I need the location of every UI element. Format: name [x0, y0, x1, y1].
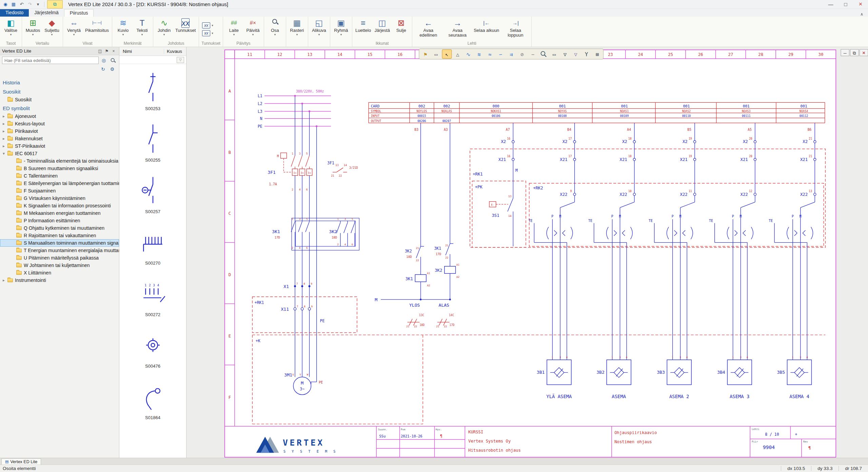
ribbon-button-avaa-seuraava[interactable]: →Avaa seuraava▾: [443, 18, 472, 41]
dock-icon[interactable]: ◫: [97, 49, 103, 54]
ribbon-button-pikamitoitus[interactable]: ⊢⊣Pikamitoitus▾: [84, 18, 110, 37]
tree-item-b-suureen-muuttaminen-signaaliksi[interactable]: B Suureen muuttaminen signaaliksi: [0, 165, 119, 172]
ribbon-button-valitse[interactable]: ◧Valitse▾: [2, 18, 20, 37]
tool-curve-icon[interactable]: ∽: [499, 52, 502, 58]
search-button[interactable]: [109, 57, 117, 64]
tree-item-instrumentointi[interactable]: ▸Instrumentointi: [0, 276, 119, 284]
tab-tiedosto[interactable]: Tiedosto: [0, 9, 29, 17]
chevron-right-icon[interactable]: ▸: [3, 144, 7, 148]
tool-wye-icon[interactable]: Y: [585, 52, 588, 58]
symbol-item-s00255[interactable]: S00255: [119, 116, 186, 167]
tree-item-t-energian-muuntaminen-energialajia-muuttamat[interactable]: T Energian muuntaminen energialajia muut…: [0, 247, 119, 254]
mdi-close-button[interactable]: ×: [860, 49, 868, 56]
filter-icon[interactable]: ▽: [177, 57, 184, 63]
tool-cursor-icon[interactable]: ↖: [442, 49, 452, 58]
tree-item-x-liittäminen[interactable]: X Liittäminen: [0, 269, 119, 276]
tree-item-suosikit[interactable]: Suosikit: [0, 96, 119, 103]
drawing-canvas[interactable]: 1112131415161718192021222324252627282930…: [186, 47, 868, 458]
ribbon-button-osa[interactable]: Osa▾: [266, 18, 284, 37]
ribbon-button-päivitä[interactable]: #×Päivitä▾: [244, 18, 262, 37]
tree-item-iec-60617[interactable]: ▾IEC 60617: [0, 150, 119, 157]
chevron-right-icon[interactable]: ▸: [3, 121, 7, 126]
ribbon-button-suljettu[interactable]: ◆Suljettu▾: [43, 18, 61, 37]
ribbon-button-tag-x[interactable]: xx▾: [201, 22, 215, 29]
tab-piirustus[interactable]: Piirustus: [64, 9, 94, 17]
tree-item-ajoneuvot[interactable]: ▸Ajoneuvot: [0, 112, 119, 120]
tool-rectangle-icon[interactable]: ▭: [553, 52, 556, 58]
ribbon-collapse-icon[interactable]: ∧: [855, 12, 868, 17]
menu-down-icon[interactable]: ▾: [35, 1, 41, 8]
ribbon-button-kuvio[interactable]: ≋Kuvio▾: [114, 18, 132, 37]
document-tab[interactable]: ▤ Vertex ED Lite: [1, 458, 41, 465]
tab-järjestelmä[interactable]: Järjestelmä: [29, 9, 64, 17]
ribbon-button-selaa-loppuun[interactable]: →|Selaa loppuun▾: [501, 18, 530, 41]
tool-pin-icon[interactable]: ⚑: [424, 52, 427, 58]
tree-item-u-pitäminen-määritellyssä-paikassa[interactable]: U Pitäminen määritellyssä paikassa: [0, 254, 119, 262]
app-logo-icon[interactable]: ◉: [2, 1, 9, 8]
tool-no-symbol-icon[interactable]: ⊘: [520, 52, 524, 58]
ribbon-button-luettelo[interactable]: ≡Luettelo▾: [354, 18, 372, 37]
tree-item-q-ohjattu-kytkeminen-tai-muuttaminen[interactable]: Q Ohjattu kytkeminen tai muuttaminen: [0, 224, 119, 232]
tree-section-suosikit[interactable]: Suosikit: [0, 87, 119, 96]
ribbon-button-sulje[interactable]: ⊠Sulje▾: [392, 18, 410, 37]
symbol-item-s00270[interactable]: S00270: [119, 219, 186, 270]
ribbon-button-ryhmä[interactable]: ▣Ryhmä▾: [332, 18, 350, 37]
chevron-down-icon[interactable]: ▾: [3, 151, 7, 156]
ribbon-button-tunnukset[interactable]: xxTunnukset▾: [174, 18, 197, 37]
undo-icon[interactable]: ↶: [18, 1, 25, 8]
ribbon-button-tag-x2[interactable]: xx▾: [201, 30, 215, 37]
symbol-item-s00476[interactable]: S00476: [119, 322, 186, 373]
browse-previous-button[interactable]: ◎: [100, 57, 108, 64]
ribbon-button-avaa-edellinen[interactable]: ←Avaa edellinen▾: [414, 18, 442, 41]
tool-spline-icon[interactable]: ∿: [466, 52, 471, 58]
settings-button[interactable]: ⚙: [108, 65, 116, 73]
ribbon-button-rasteri[interactable]: ▦Rasteri▾: [288, 18, 306, 37]
refresh-button[interactable]: ↻: [99, 65, 107, 73]
mdi-restore-button[interactable]: ⧉: [850, 49, 859, 56]
chevron-right-icon[interactable]: ▸: [3, 114, 7, 119]
tree-item-toiminnallisia-elementtejä-tai-ominaisuuksia[interactable]: - Toiminnallisia elementtejä tai ominais…: [0, 157, 119, 165]
symbol-item-s00257[interactable]: S00257: [119, 167, 186, 219]
tool-waves-icon[interactable]: ≋: [477, 52, 480, 58]
redo-icon[interactable]: ↷: [26, 1, 33, 8]
chevron-right-icon[interactable]: ▸: [3, 129, 7, 134]
tool-filter-icon[interactable]: ▽: [564, 52, 567, 58]
chevron-right-icon[interactable]: ▸: [3, 136, 7, 141]
ribbon-button-johdin[interactable]: ∿Johdin▾: [155, 18, 173, 37]
tree-item-rakennukset[interactable]: ▸Rakennukset: [0, 135, 119, 142]
tool-grid-icon[interactable]: ⊞: [596, 52, 599, 58]
tree-item-c-tallentaminen[interactable]: C Tallentaminen: [0, 172, 119, 180]
tree-item-r-rajoittaminen-tai-vakauttaminen[interactable]: R Rajoittaminen tai vakauttaminen: [0, 232, 119, 239]
pin-icon[interactable]: ⚑: [103, 49, 110, 54]
tree-item-e-säteilyenergian-tai-lämpöenergian-tuottaminen[interactable]: E Säteilyenergian tai lämpöenergian tuot…: [0, 180, 119, 187]
column-kuvaus[interactable]: Kuvaus: [164, 49, 186, 54]
maximize-button[interactable]: □: [838, 0, 853, 8]
search-input[interactable]: [2, 57, 99, 64]
tool-multiline-icon[interactable]: ⇉: [510, 52, 513, 58]
tool-ripple-icon[interactable]: ≈: [488, 52, 491, 58]
tree-section-ed-symbolit[interactable]: ED symbolit: [0, 103, 119, 112]
minimize-button[interactable]: —: [823, 0, 838, 8]
tree-item-k-signaalien-tai-informaation-prosessointi[interactable]: K Signaalien tai informaation prosessoin…: [0, 202, 119, 209]
tree-item-s-manuaalisen-toiminnan-muuttaminen-signaalik[interactable]: S Manuaalisen toiminnan muuttaminen sign…: [0, 239, 119, 247]
symbol-item-s00253[interactable]: S00253: [119, 64, 186, 116]
close-button[interactable]: ×: [853, 0, 868, 8]
tree-item-piirikaaviot[interactable]: ▸Piirikaaviot: [0, 127, 119, 135]
draw-mode-icon[interactable]: ⧉: [47, 0, 63, 8]
tool-triangle-icon[interactable]: △: [456, 52, 459, 58]
ribbon-button-teksti[interactable]: TTeksti▾: [133, 18, 151, 37]
tree-item-m-mekaanisen-energian-tuottaminen[interactable]: M Mekaanisen energian tuottaminen: [0, 209, 119, 217]
ribbon-button-laite[interactable]: ##Laite▾: [225, 18, 243, 37]
symbol-item-s01864[interactable]: S01864: [119, 373, 186, 425]
tree-item-st-piirikaaviot[interactable]: ▸ST-Piirikaaviot: [0, 142, 119, 150]
symbol-item-s00272[interactable]: 1234S00272: [119, 270, 186, 322]
tree-item-p-informaation-esittäminen[interactable]: P Informaation esittäminen: [0, 217, 119, 224]
tree-item-keskus-layout[interactable]: ▸Keskus-layout: [0, 120, 119, 127]
ribbon-button-selaa-alkuun[interactable]: |←Selaa alkuun▾: [472, 18, 500, 37]
mdi-minimize-button[interactable]: –: [841, 49, 849, 56]
chevron-right-icon[interactable]: ▸: [3, 278, 7, 283]
tree-item-g-virtauksen-käynnistäminen[interactable]: G Virtauksen käynnistäminen: [0, 194, 119, 202]
tree-section-historia[interactable]: Historia: [0, 78, 119, 87]
tree-item-w-johtaminen-tai-kuljettaminen[interactable]: W Johtaminen tai kuljettaminen: [0, 262, 119, 269]
save-icon[interactable]: ▦: [10, 1, 17, 8]
